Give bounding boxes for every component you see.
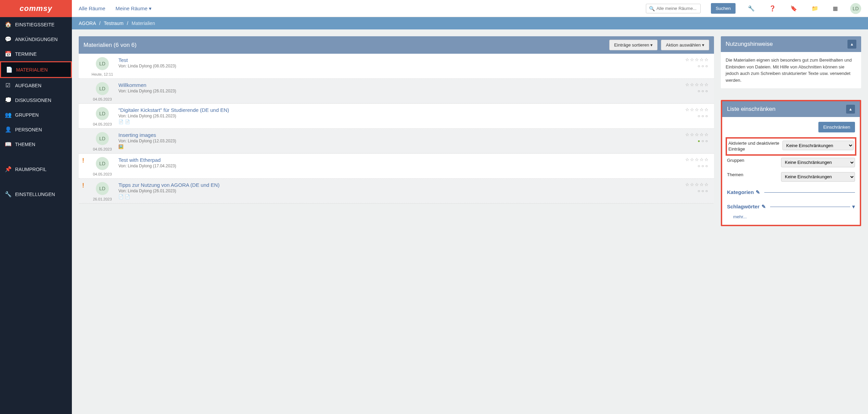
- wrench-icon[interactable]: 🔧: [746, 5, 757, 12]
- item-progress: ○○○: [678, 189, 709, 193]
- filter-select-activated[interactable]: Keine Einschränkungen: [782, 141, 854, 150]
- attachment-icon[interactable]: 📄: [118, 194, 124, 199]
- sidebar-item-6[interactable]: 👥GRUPPEN: [0, 107, 72, 122]
- action-button[interactable]: Aktion auswählen ▾: [661, 40, 709, 50]
- bubble-icon: 💬: [5, 36, 11, 42]
- item-title[interactable]: "Digitaler Kickstart" für Studierende (D…: [118, 107, 674, 113]
- search-input[interactable]: [656, 6, 698, 11]
- item-rating[interactable]: ☆☆☆☆☆: [678, 57, 709, 62]
- bookmark-icon[interactable]: 🔖: [788, 5, 799, 12]
- list-item[interactable]: LDHeute, 12:11TestVon: Linda Dylong (08.…: [79, 54, 714, 79]
- filter-label-themes: Themen: [727, 172, 778, 178]
- attachment-icon[interactable]: 🖼️: [118, 144, 124, 149]
- item-meta: Von: Linda Dylong (26.01.2023): [118, 114, 674, 118]
- filter-select-groups[interactable]: Keine Einschränkungen: [781, 158, 855, 167]
- item-title[interactable]: Test with Etherpad: [118, 157, 674, 163]
- item-progress: ○○○: [678, 64, 709, 68]
- filter-title: Liste einschränken: [727, 106, 843, 113]
- item-date: 04.05.2023: [90, 147, 114, 151]
- topbar: Alle Räume Meine Räume ▾ 🔍 Suchen 🔧 ❓ 🔖 …: [72, 0, 868, 17]
- breadcrumb-testraum[interactable]: Testraum: [104, 21, 124, 26]
- sidebar-item-0[interactable]: 🏠EINSTIEGSSEITE: [0, 17, 72, 32]
- item-title[interactable]: Inserting images: [118, 132, 674, 138]
- topbar-all-rooms[interactable]: Alle Räume: [79, 5, 105, 11]
- item-rating[interactable]: ☆☆☆☆☆: [678, 132, 709, 137]
- materials-title: Materialien (6 von 6): [84, 42, 606, 49]
- wrench-icon: 🔧: [5, 191, 11, 197]
- item-attachments: 📄📄: [118, 119, 674, 124]
- list-item[interactable]: !LD26.01.2023Tipps zur Nutzung von AGORA…: [79, 179, 714, 204]
- item-attachments: 🖼️: [118, 144, 674, 149]
- sidebar-item-1[interactable]: 💬ANKÜNDIGUNGEN: [0, 32, 72, 47]
- attachment-icon[interactable]: 📄: [125, 194, 130, 199]
- filter-collapse[interactable]: ▲: [846, 105, 855, 114]
- folder-icon[interactable]: 📁: [809, 5, 820, 12]
- topbar-my-rooms[interactable]: Meine Räume ▾: [116, 5, 152, 12]
- item-avatar: LD: [96, 57, 109, 70]
- hints-collapse[interactable]: ▲: [847, 40, 856, 49]
- breadcrumb-current: Materialien: [131, 21, 155, 26]
- item-meta: Von: Linda Dylong (12.03.2023): [118, 139, 674, 143]
- item-rating[interactable]: ☆☆☆☆☆: [678, 82, 709, 87]
- list-item[interactable]: LD04.05.2023"Digitaler Kickstart" für St…: [79, 104, 714, 129]
- sidebar-item-2[interactable]: 📅TERMINE: [0, 47, 72, 61]
- sidebar-item-8[interactable]: 📖THEMEN: [0, 137, 72, 152]
- item-avatar: LD: [96, 107, 109, 120]
- nav-label: EINSTIEGSSEITE: [15, 22, 54, 27]
- item-title[interactable]: Willkommen: [118, 82, 674, 88]
- nav-label: AUFGABEN: [15, 83, 41, 88]
- nav-label: GRUPPEN: [15, 112, 39, 118]
- list-item[interactable]: LD04.05.2023Inserting imagesVon: Linda D…: [79, 129, 714, 154]
- help-icon[interactable]: ❓: [767, 5, 778, 12]
- sidebar-lower-0[interactable]: 📌RAUMPROFIL: [0, 162, 72, 177]
- hints-panel: Nutzungshinweise ▲ Die Materialien eigne…: [721, 36, 861, 88]
- nav-label: PERSONEN: [15, 127, 42, 132]
- sort-button[interactable]: Einträge sortieren ▾: [609, 40, 658, 50]
- attachment-icon[interactable]: 📄: [125, 119, 130, 124]
- item-title[interactable]: Test: [118, 57, 674, 63]
- item-rating[interactable]: ☆☆☆☆☆: [678, 157, 709, 162]
- item-meta: Von: Linda Dylong (26.01.2023): [118, 189, 674, 193]
- book-icon: 📖: [5, 141, 11, 147]
- filter-tags[interactable]: Schlagwörter ✎ ▾: [727, 203, 855, 211]
- item-meta: Von: Linda Dylong (08.05.2023): [118, 64, 674, 68]
- filter-label-activated: Aktivierte und deaktivierte Einträge: [728, 141, 780, 152]
- filter-submit[interactable]: Einschränken: [818, 122, 855, 132]
- user-avatar[interactable]: LD: [850, 3, 861, 14]
- materials-list: LDHeute, 12:11TestVon: Linda Dylong (08.…: [79, 54, 714, 204]
- filter-more[interactable]: mehr...: [733, 214, 855, 220]
- edit-icon[interactable]: ✎: [756, 189, 760, 196]
- logo[interactable]: commsy: [0, 0, 72, 17]
- calendar-icon: 📅: [5, 51, 11, 57]
- search-button[interactable]: Suchen: [711, 3, 736, 14]
- item-meta: Von: Linda Dylong (17.04.2023): [118, 164, 674, 168]
- item-title[interactable]: Tipps zur Nutzung von AGORA (DE und EN): [118, 182, 674, 188]
- item-rating[interactable]: ☆☆☆☆☆: [678, 182, 709, 187]
- nav-label: ANKÜNDIGUNGEN: [15, 37, 58, 42]
- filter-categories[interactable]: Kategorien ✎: [727, 189, 855, 196]
- edit-icon[interactable]: ✎: [762, 203, 766, 211]
- sidebar-item-4[interactable]: ☑AUFGABEN: [0, 78, 72, 93]
- filter-label-groups: Gruppen: [727, 158, 778, 164]
- doc-icon: 📄: [6, 66, 12, 73]
- sidebar-item-5[interactable]: 💭DISKUSSIONEN: [0, 93, 72, 107]
- item-date: 26.01.2023: [90, 197, 114, 201]
- search-input-wrap: 🔍: [646, 4, 701, 13]
- chevron-down-icon[interactable]: ▾: [852, 203, 855, 211]
- filter-select-themes[interactable]: Keine Einschränkungen: [781, 172, 855, 182]
- list-item[interactable]: LD04.05.2023WillkommenVon: Linda Dylong …: [79, 79, 714, 104]
- item-avatar: LD: [96, 132, 109, 145]
- sidebar-lower-1[interactable]: 🔧EINSTELLUNGEN: [0, 187, 72, 202]
- grid-icon[interactable]: ▦: [831, 5, 840, 12]
- item-progress: ●○○: [678, 139, 709, 143]
- sidebar-item-3[interactable]: 📄MATERIALIEN: [0, 61, 72, 78]
- sidebar-nav: 🏠EINSTIEGSSEITE💬ANKÜNDIGUNGEN📅TERMINE📄MA…: [0, 17, 72, 152]
- item-avatar: LD: [96, 157, 109, 170]
- group-icon: 👥: [5, 112, 11, 118]
- breadcrumb-agora[interactable]: AGORA: [79, 21, 96, 26]
- attachment-icon[interactable]: 📄: [118, 119, 124, 124]
- sidebar-item-7[interactable]: 👤PERSONEN: [0, 122, 72, 137]
- sidebar-nav-lower: 📌RAUMPROFIL🔧EINSTELLUNGEN: [0, 162, 72, 202]
- list-item[interactable]: !LD04.05.2023Test with EtherpadVon: Lind…: [79, 154, 714, 179]
- item-rating[interactable]: ☆☆☆☆☆: [678, 107, 709, 112]
